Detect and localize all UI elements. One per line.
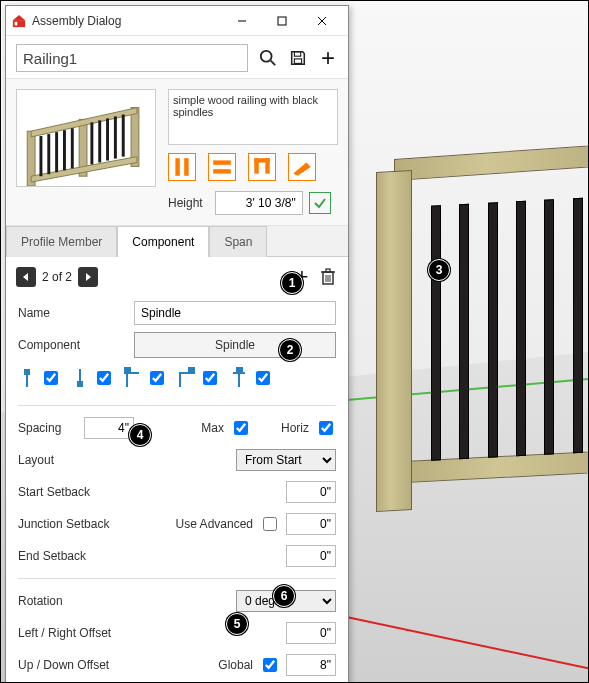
search-icon[interactable]	[258, 48, 278, 68]
model-top-rail	[394, 143, 589, 181]
height-input[interactable]	[215, 191, 303, 215]
end-setback-input[interactable]	[286, 545, 336, 567]
orientation-u-button[interactable]	[248, 153, 276, 181]
junction-setback-label: Junction Setback	[18, 517, 128, 531]
ud-offset-label: Up / Down Offset	[18, 658, 128, 672]
rotation-label: Rotation	[18, 594, 128, 608]
svg-rect-27	[184, 158, 188, 176]
svg-rect-28	[213, 160, 231, 164]
orientation-horizontal-button[interactable]	[208, 153, 236, 181]
lr-offset-input[interactable]	[286, 622, 336, 644]
global-label: Global	[218, 658, 253, 672]
description-input[interactable]: simple wood railing with black spindles	[168, 89, 338, 145]
start-setback-input[interactable]	[286, 481, 336, 503]
svg-marker-33	[293, 163, 311, 176]
spacing-input[interactable]	[84, 417, 134, 439]
svg-marker-34	[23, 273, 28, 281]
svg-point-7	[261, 51, 272, 62]
align-mid-check[interactable]	[256, 371, 270, 385]
window-title: Assembly Dialog	[32, 14, 222, 28]
annotation-6: 6	[273, 585, 295, 607]
prev-component-button[interactable]	[16, 267, 36, 287]
svg-rect-43	[24, 369, 30, 375]
svg-marker-1	[13, 14, 25, 19]
svg-rect-26	[175, 158, 179, 176]
align-start-check[interactable]	[44, 371, 58, 385]
max-check[interactable]	[234, 421, 248, 435]
titlebar[interactable]: Assembly Dialog	[6, 6, 348, 36]
tab-bar: Profile Member Component Span	[6, 226, 348, 257]
tab-span[interactable]: Span	[209, 226, 267, 257]
align-end-check[interactable]	[97, 371, 111, 385]
new-assembly-button[interactable]: +	[318, 48, 338, 68]
tab-profile-member[interactable]: Profile Member	[6, 226, 117, 257]
max-label: Max	[201, 421, 224, 435]
component-counter: 2 of 2	[42, 270, 72, 284]
align-corner-start-icon	[124, 367, 142, 389]
svg-rect-29	[213, 169, 231, 173]
annotation-4: 4	[129, 424, 151, 446]
assembly-thumbnail	[16, 89, 156, 187]
layout-select[interactable]: From Start	[236, 449, 336, 471]
svg-line-8	[271, 61, 276, 65]
use-advanced-label: Use Advanced	[176, 517, 253, 531]
end-setback-label: End Setback	[18, 549, 128, 563]
apply-height-button[interactable]	[309, 192, 331, 214]
annotation-3: 3	[428, 259, 450, 281]
global-check[interactable]	[263, 658, 277, 672]
model-post	[376, 170, 412, 512]
svg-rect-10	[294, 59, 301, 64]
orientation-flat-button[interactable]	[288, 153, 316, 181]
layout-label: Layout	[18, 453, 128, 467]
svg-rect-2	[15, 21, 18, 25]
next-component-button[interactable]	[78, 267, 98, 287]
maximize-button[interactable]	[262, 7, 302, 35]
delete-component-button[interactable]	[318, 267, 338, 287]
svg-rect-46	[124, 367, 131, 374]
horiz-check[interactable]	[319, 421, 333, 435]
svg-rect-38	[326, 269, 330, 272]
align-start-icon	[18, 367, 36, 389]
align-corner-end-icon	[177, 367, 195, 389]
svg-rect-47	[188, 367, 195, 374]
tab-component[interactable]: Component	[117, 226, 209, 257]
component-label: Component	[18, 338, 128, 352]
close-button[interactable]	[302, 7, 342, 35]
save-icon[interactable]	[288, 48, 308, 68]
align-corner-start-check[interactable]	[150, 371, 164, 385]
start-setback-label: Start Setback	[18, 485, 128, 499]
use-advanced-check[interactable]	[263, 517, 277, 531]
component-name-input[interactable]	[134, 301, 336, 325]
ud-offset-input[interactable]	[286, 654, 336, 676]
annotation-1: 1	[281, 272, 303, 294]
align-mid-icon	[230, 367, 248, 389]
model-spindles	[431, 196, 589, 460]
lr-offset-label: Left / Right Offset	[18, 626, 128, 640]
minimize-button[interactable]	[222, 7, 262, 35]
align-end-icon	[71, 367, 89, 389]
choose-component-button[interactable]: Spindle	[134, 332, 336, 358]
svg-rect-32	[254, 158, 269, 162]
assembly-name-input[interactable]	[16, 44, 248, 72]
align-corner-end-check[interactable]	[203, 371, 217, 385]
svg-rect-49	[236, 367, 243, 374]
name-label: Name	[18, 306, 128, 320]
annotation-5: 5	[226, 613, 248, 635]
spacing-label: Spacing	[18, 421, 78, 435]
annotation-2: 2	[279, 339, 301, 361]
horiz-label: Horiz	[281, 421, 309, 435]
app-icon	[12, 14, 26, 28]
svg-marker-35	[86, 273, 91, 281]
junction-setback-input[interactable]	[286, 513, 336, 535]
svg-rect-4	[278, 17, 286, 25]
svg-rect-45	[77, 381, 83, 387]
orientation-vertical-button[interactable]	[168, 153, 196, 181]
height-label: Height	[168, 196, 203, 210]
